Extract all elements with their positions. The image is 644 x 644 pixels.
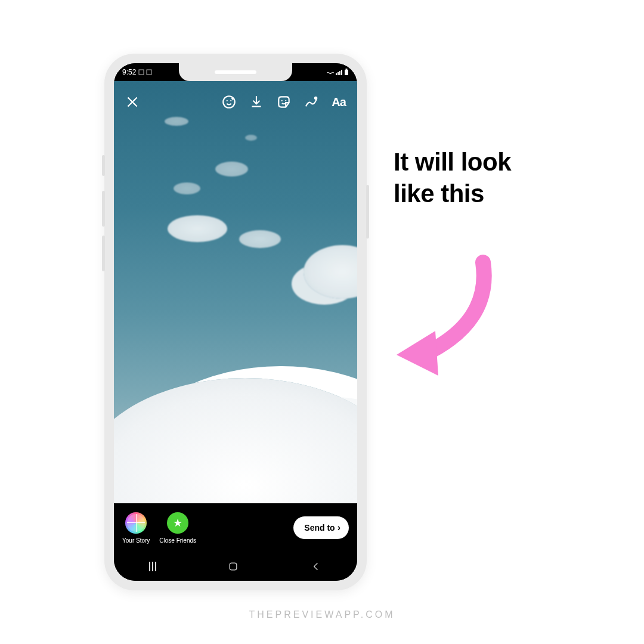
sticker-button[interactable] xyxy=(274,92,294,112)
text-button[interactable]: Aa xyxy=(329,92,349,112)
nav-recents-button[interactable] xyxy=(149,562,156,571)
phone-notch xyxy=(179,63,292,81)
close-friends-label: Close Friends xyxy=(159,537,196,544)
story-canvas[interactable]: Aa xyxy=(114,81,357,503)
cloud-decoration xyxy=(215,162,248,177)
close-button[interactable] xyxy=(122,92,143,112)
status-left-icons xyxy=(138,69,152,75)
watermark: THEPREVIEWAPP.COM xyxy=(0,609,644,620)
phone-side-button xyxy=(366,185,369,239)
close-friends-icon: ★ xyxy=(167,512,188,534)
share-bar: Your Story ★ Close Friends Send to › xyxy=(114,503,357,552)
android-nav-bar xyxy=(114,552,357,581)
nav-home-button[interactable] xyxy=(227,561,239,572)
svg-rect-1 xyxy=(147,70,151,75)
svg-point-5 xyxy=(227,100,228,101)
your-story-button[interactable]: Your Story xyxy=(122,512,150,544)
svg-point-8 xyxy=(285,100,286,101)
battery-icon xyxy=(344,69,349,76)
your-story-icon xyxy=(125,512,147,534)
send-to-label: Send to xyxy=(304,523,335,532)
cloud-decoration xyxy=(174,182,200,194)
status-time: 9:52 xyxy=(122,68,136,76)
svg-point-7 xyxy=(281,100,283,101)
cloud-decoration xyxy=(239,230,281,248)
svg-rect-3 xyxy=(346,69,348,70)
cloud-decoration xyxy=(165,117,188,126)
chevron-right-icon: › xyxy=(338,522,340,533)
svg-rect-0 xyxy=(139,70,144,75)
story-toolbar: Aa xyxy=(114,87,357,117)
download-button[interactable] xyxy=(246,92,267,112)
draw-button[interactable] xyxy=(301,92,321,112)
cloud-decoration xyxy=(304,245,357,299)
phone-mockup-frame: 9:52 xyxy=(104,54,367,590)
annotation-text: It will look like this xyxy=(394,147,511,209)
face-filter-button[interactable] xyxy=(219,92,239,112)
svg-rect-10 xyxy=(230,563,237,570)
svg-point-6 xyxy=(230,100,231,101)
annotation-line: It will look xyxy=(394,147,511,178)
svg-point-9 xyxy=(314,97,317,100)
phone-screen: 9:52 xyxy=(114,63,357,581)
text-aa-label: Aa xyxy=(332,95,346,109)
signal-icon xyxy=(336,69,342,75)
cloud-decoration xyxy=(245,135,257,141)
status-right-icons xyxy=(327,69,349,76)
cloud-decoration xyxy=(114,378,357,503)
arrow-icon xyxy=(382,250,513,382)
cloud-decoration xyxy=(168,215,227,242)
phone-side-button xyxy=(102,155,105,176)
svg-rect-2 xyxy=(345,70,348,75)
send-to-button[interactable]: Send to › xyxy=(293,516,349,539)
your-story-label: Your Story xyxy=(122,537,150,544)
close-friends-button[interactable]: ★ Close Friends xyxy=(159,512,196,544)
phone-side-button xyxy=(102,236,105,271)
phone-side-button xyxy=(102,191,105,227)
nav-back-button[interactable] xyxy=(310,561,322,572)
annotation-line: like this xyxy=(394,178,511,210)
